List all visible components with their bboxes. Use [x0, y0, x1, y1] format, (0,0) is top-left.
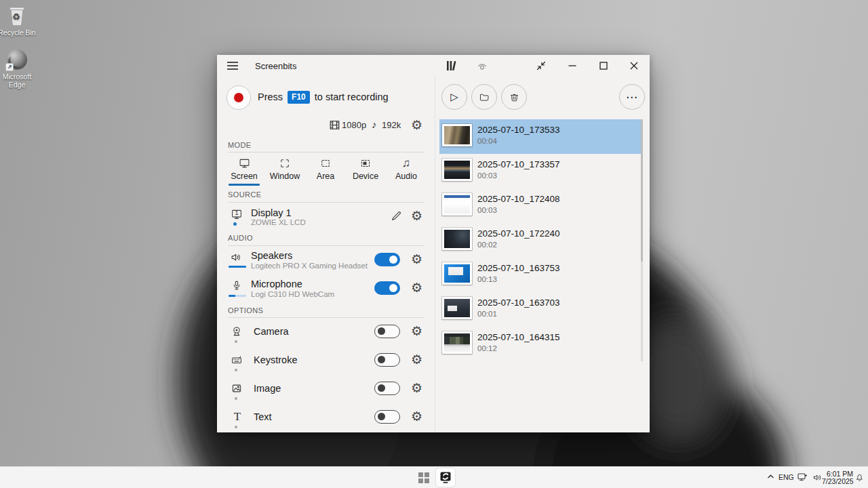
image-icon [231, 382, 243, 394]
taskbar-screenbits-button[interactable] [436, 468, 455, 487]
speakers-title: Speakers [251, 250, 292, 261]
library-button[interactable] [445, 59, 460, 73]
window-icon [265, 157, 304, 169]
quality-settings-gear-icon[interactable]: ⚙ [411, 119, 422, 131]
recording-row[interactable]: 2025-07-10_172240 00:02 [439, 223, 643, 258]
recording-thumbnail [442, 193, 472, 216]
minimize-button[interactable] [557, 55, 588, 77]
recording-row[interactable]: 2025-07-10_163753 00:13 [439, 258, 643, 292]
source-title[interactable]: Display 1 [251, 207, 292, 218]
tray-language[interactable]: ENG [778, 473, 794, 481]
keystroke-settings-gear-icon[interactable]: ⚙ [411, 353, 422, 366]
desktop-icon-label: Microsoft Edge [0, 73, 37, 89]
desktop-icon-recycle-bin[interactable]: ♻ Recycle Bin [0, 5, 39, 37]
scrollbar-thumb[interactable] [641, 119, 643, 262]
display-icon: 1 [231, 208, 243, 220]
record-indicator-icon[interactable] [475, 59, 490, 73]
text-label: Text [254, 411, 272, 422]
tray-notifications-bell-icon[interactable] [854, 472, 865, 483]
recording-thumbnail [442, 159, 472, 181]
display-status-dot [233, 222, 237, 226]
compact-mode-button[interactable] [526, 55, 557, 77]
divider [228, 317, 425, 318]
desktop-icon-label: Recycle Bin [0, 28, 39, 37]
play-icon: ▷ [450, 91, 458, 103]
area-icon [306, 157, 345, 169]
screen-icon [224, 157, 264, 169]
speakers-level-meter [229, 266, 246, 268]
record-hint-suffix: to start recording [315, 92, 389, 102]
options-section-label: OPTIONS [228, 306, 263, 314]
image-settings-gear-icon[interactable]: ⚙ [411, 382, 422, 394]
tray-clock[interactable]: 6:01 PM 7/23/2025 [822, 470, 853, 485]
audio-note-icon: ♪ [372, 119, 377, 130]
tab-window[interactable]: Window [265, 157, 304, 181]
shortcut-arrow-icon: ↗ [5, 63, 14, 71]
camera-toggle[interactable] [374, 325, 400, 338]
recording-row[interactable]: 2025-07-10_173533 00:04 [439, 119, 643, 154]
speakers-toggle[interactable] [374, 253, 400, 266]
tray-chevron-icon[interactable] [767, 473, 774, 481]
image-status-dot [235, 397, 237, 400]
microphone-title: Microphone [251, 279, 302, 289]
tray-network-icon[interactable] [797, 472, 808, 483]
tab-screen[interactable]: Screen [224, 157, 264, 186]
text-toggle[interactable] [374, 410, 400, 424]
camera-settings-gear-icon[interactable]: ⚙ [411, 325, 422, 338]
recording-thumbnail [442, 124, 472, 146]
speakers-settings-gear-icon[interactable]: ⚙ [411, 253, 422, 266]
record-button[interactable] [226, 85, 251, 110]
source-settings-gear-icon[interactable]: ⚙ [411, 209, 422, 222]
tab-device[interactable]: Device [346, 157, 385, 181]
edge-icon: ↗ [7, 49, 27, 70]
speakers-subtitle: Logitech PRO X Gaming Headset [251, 262, 368, 270]
tab-area[interactable]: Area [306, 157, 345, 181]
recording-row[interactable]: 2025-07-10_173357 00:03 [439, 154, 643, 188]
recording-row[interactable]: 2025-07-10_172408 00:03 [439, 188, 643, 223]
edit-source-pencil-icon[interactable] [390, 209, 403, 222]
microphone-icon [231, 279, 243, 292]
keystroke-toggle[interactable] [374, 353, 400, 367]
recording-thumbnail [442, 331, 472, 354]
source-section-label: SOURCE [228, 190, 261, 199]
audio-quality-value[interactable]: 192k [382, 120, 401, 130]
open-folder-button[interactable] [471, 84, 497, 110]
press-label: Press [258, 92, 283, 102]
start-button[interactable] [418, 472, 429, 483]
text-settings-gear-icon[interactable]: ⚙ [411, 410, 422, 423]
microphone-subtitle: Logi C310 HD WebCam [251, 290, 334, 298]
play-button[interactable]: ▷ [441, 84, 467, 110]
keyboard-icon [231, 354, 243, 366]
text-option-icon: T [231, 410, 243, 424]
speakers-icon [230, 251, 243, 264]
camera-status-dot [235, 340, 237, 343]
screenbits-window: Screenbits PressF10to start recording [217, 55, 650, 432]
window-title: Screenbits [255, 61, 296, 71]
close-button[interactable] [618, 55, 650, 77]
recording-row[interactable]: 2025-07-10_163703 00:01 [439, 292, 643, 327]
divider [228, 202, 425, 203]
keystroke-label: Keystroke [254, 354, 297, 365]
desktop: ♻ Recycle Bin ↗ Microsoft Edge Screenbit… [0, 0, 868, 488]
maximize-button[interactable] [588, 55, 619, 77]
hamburger-menu-button[interactable] [226, 60, 240, 71]
pane-divider [435, 77, 435, 432]
list-scrollbar[interactable] [641, 119, 643, 361]
microphone-settings-gear-icon[interactable]: ⚙ [411, 281, 422, 294]
image-toggle[interactable] [374, 382, 400, 395]
device-icon [346, 157, 385, 169]
recording-thumbnail [442, 297, 472, 319]
microphone-toggle[interactable] [374, 281, 400, 295]
delete-button[interactable] [501, 84, 527, 110]
tray-volume-icon[interactable] [812, 472, 823, 483]
screenbits-logo-icon [439, 472, 452, 484]
more-options-button[interactable]: ⋯ [619, 84, 645, 110]
desktop-icon-microsoft-edge[interactable]: ↗ Microsoft Edge [0, 49, 39, 89]
tab-audio[interactable]: ♫ Audio [387, 157, 426, 181]
recording-row[interactable]: 2025-07-10_164315 00:12 [439, 327, 643, 361]
mode-section-label: MODE [228, 141, 252, 149]
video-quality-value[interactable]: 1080p [342, 120, 366, 130]
microphone-level-meter [229, 295, 246, 297]
divider [228, 245, 425, 246]
tray-date: 7/23/2025 [822, 478, 853, 485]
